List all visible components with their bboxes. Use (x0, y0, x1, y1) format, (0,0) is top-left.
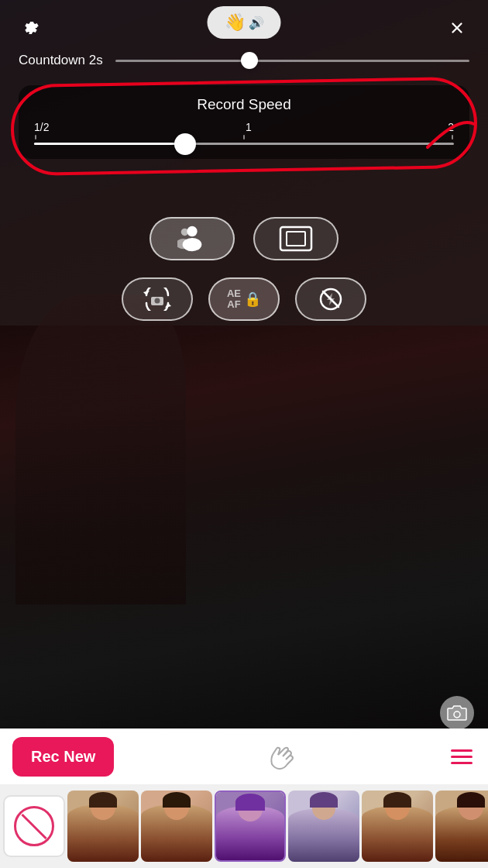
person-silhouette-bg (15, 294, 186, 604)
svg-point-2 (181, 229, 189, 236)
svg-point-0 (187, 226, 197, 236)
speed-track-filled (34, 143, 194, 145)
ae-af-lock-button[interactable]: AE AF 🔒 (208, 277, 280, 321)
ae-af-label: AE AF (227, 288, 241, 311)
speed-mid-label: 1 (246, 121, 252, 133)
no-symbol-icon (14, 806, 54, 846)
speed-track (34, 143, 454, 145)
gesture-icon (114, 742, 448, 770)
svg-rect-4 (280, 227, 311, 250)
face-detection-button[interactable] (149, 217, 235, 260)
lock-icon: 🔒 (244, 291, 261, 308)
settings-icon[interactable] (17, 14, 45, 42)
camera-icon (447, 704, 467, 722)
flip-icon (143, 288, 171, 311)
screen-ratio-button[interactable] (253, 217, 339, 260)
controls-row2: AE AF 🔒 (0, 277, 488, 321)
hand-wave-icon (266, 742, 297, 770)
no-flash-button[interactable] (295, 277, 366, 321)
screen-icon (279, 226, 313, 252)
thumb-image-3 (216, 792, 284, 860)
svg-point-9 (155, 298, 160, 304)
bottom-toolbar: Rec New (0, 728, 488, 784)
thumb-image-1 (67, 790, 139, 862)
filmstrip: + (0, 784, 488, 868)
menu-line-3 (451, 762, 473, 764)
speed-thumb[interactable] (174, 133, 196, 155)
speed-slider[interactable] (34, 143, 454, 145)
wave-sound-icon: 🔊 (249, 16, 264, 30)
film-thumb-3[interactable] (215, 790, 286, 862)
wave-hand-button[interactable]: 👋 🔊 (208, 6, 281, 39)
countdown-label: Countdown 2s (19, 53, 103, 68)
close-button[interactable] (443, 14, 471, 42)
no-flash-icon (318, 287, 343, 312)
film-thumb-2[interactable] (141, 790, 212, 862)
film-thumb-6[interactable] (435, 790, 488, 862)
wave-icon: 👋 (225, 12, 246, 33)
speed-max-label: 2 (448, 121, 454, 133)
thumb-image-4 (288, 790, 359, 862)
svg-rect-5 (287, 232, 305, 246)
menu-line-1 (451, 749, 473, 752)
thumb-image-2 (141, 790, 212, 862)
film-empty-slot[interactable] (3, 795, 65, 857)
speed-labels: 1/2 1 2 (34, 121, 454, 133)
film-thumb-1[interactable] (67, 790, 139, 862)
record-speed-title: Record Speed (34, 96, 454, 113)
film-thumb-5[interactable] (362, 790, 433, 862)
record-speed-panel: Record Speed 1/2 1 2 (19, 85, 469, 159)
film-thumb-4[interactable] (288, 790, 359, 862)
menu-button[interactable] (448, 746, 476, 767)
countdown-slider[interactable] (115, 60, 469, 62)
countdown-row: Countdown 2s (0, 53, 488, 68)
thumb-image-6 (435, 790, 488, 862)
snapshot-button[interactable] (440, 696, 474, 730)
controls-row1 (0, 217, 488, 260)
person-icon (177, 224, 207, 253)
rec-new-button[interactable]: Rec New (12, 737, 114, 777)
flip-camera-button[interactable] (122, 277, 193, 321)
menu-line-2 (451, 756, 473, 758)
speed-min-label: 1/2 (34, 121, 49, 133)
countdown-thumb[interactable] (241, 52, 258, 69)
speed-ticks (34, 135, 454, 140)
app-container: 👋 🔊 Countdown 2s Record Speed 1/2 1 2 (0, 0, 488, 868)
thumb-image-5 (362, 790, 433, 862)
